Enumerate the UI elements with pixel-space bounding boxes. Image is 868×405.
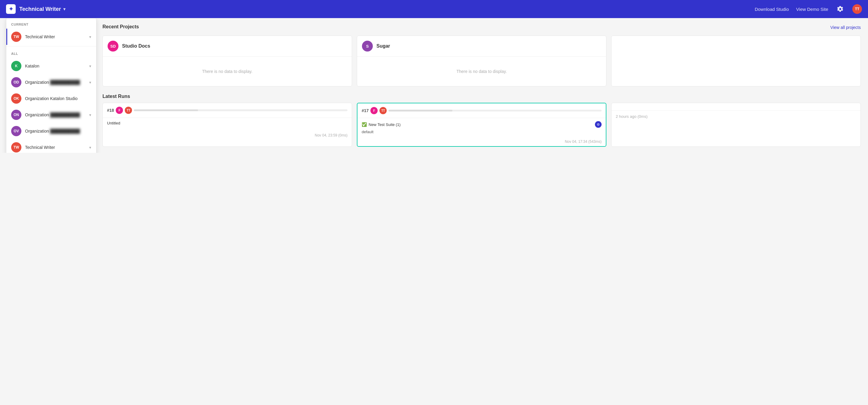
latest-label: Latest Runs <box>102 94 130 99</box>
run-cards-grid: #18 F TT Untitled Nov 04, 23:59 (0ms) <box>102 103 861 147</box>
run-name: Untitled <box>107 121 347 125</box>
latest-section-header: Latest Runs <box>102 94 861 99</box>
org-name-katalon: Katalon <box>25 64 89 68</box>
org-name-ov: Organization ██████████ <box>25 129 91 133</box>
card-header: S Sugar <box>357 36 606 57</box>
run-card-left: #18 F TT Untitled Nov 04, 23:59 (0ms) <box>102 103 352 147</box>
org-avatar-ov: OV <box>11 126 22 136</box>
org-chevron-icon: ▾ <box>89 80 91 85</box>
page-body: Recent Projects View all projects SD Stu… <box>0 18 868 153</box>
section-title: Recent Projects <box>102 24 139 29</box>
project-card-empty <box>611 36 861 87</box>
latest-runs-section: Latest Runs #18 F TT <box>102 94 861 147</box>
all-section-label: ALL <box>6 48 96 58</box>
projects-grid: SD Studio Docs There is no data to displ… <box>102 36 861 87</box>
run-suite-name: ✅ New Test Suite (1) <box>362 122 401 127</box>
org-avatar-katalon: K <box>11 61 22 71</box>
org-chevron-icon: ▾ <box>89 113 91 117</box>
org-name-tw2: Technical Writer <box>25 145 89 150</box>
run-card-empty: 2 hours ago (0ms) <box>611 103 861 147</box>
org-item-ov[interactable]: OV Organization ██████████ <box>6 123 96 139</box>
run-timestamp: Nov 04, 23:59 (0ms) <box>315 133 347 137</box>
run-card-highlighted: #17 F TT ✅ New Test Suite (1) <box>357 103 607 147</box>
run-card-body: ✅ New Test Suite (1) ⚙ default <box>358 118 606 137</box>
project-card-studio-docs: SD Studio Docs There is no data to displ… <box>102 36 352 87</box>
download-studio-link[interactable]: Download Studio <box>755 7 789 12</box>
org-dropdown-panel: CURRENT TW Technical Writer ▾ ALL K Kata… <box>6 18 96 153</box>
run-number: #17 <box>362 108 369 113</box>
header-actions: Download Studio View Demo Site TT <box>755 4 862 14</box>
project-icon-sd: SD <box>107 41 119 52</box>
current-org-name: Technical Writer <box>25 34 89 39</box>
org-item-ok[interactable]: OK Organization Katalon Studio <box>6 90 96 107</box>
current-org-avatar: TW <box>11 32 22 42</box>
project-title-sd: Studio Docs <box>122 43 150 49</box>
org-chevron-icon: ▾ <box>89 145 91 150</box>
run-avatar-tt: TT <box>125 107 132 114</box>
project-title-sugar: Sugar <box>376 43 390 49</box>
view-demo-site-link[interactable]: View Demo Site <box>796 7 828 12</box>
run-avatar-f: F <box>370 107 378 114</box>
card-body: There is no data to display. <box>103 57 352 86</box>
left-timestamp: 2 hours ago (0ms) <box>616 114 648 119</box>
card-header: SD Studio Docs <box>103 36 352 57</box>
run-progress-fill <box>389 110 453 112</box>
current-section-label: CURRENT <box>6 19 96 29</box>
card-body: There is no data to display. <box>357 57 606 86</box>
suite-name-label: New Test Suite (1) <box>369 122 401 127</box>
run-card-body: Untitled <box>103 118 352 131</box>
org-item-katalon[interactable]: K Katalon ▾ <box>6 58 96 74</box>
run-progress-bar <box>134 110 347 111</box>
org-name-od: Organization ██████████ <box>25 80 89 85</box>
recent-label: Recent Projects <box>102 24 139 30</box>
run-avatar-tt: TT <box>379 107 387 114</box>
org-item-od[interactable]: OD Organization ██████████ ▾ <box>6 74 96 90</box>
org-avatar-ok: OK <box>11 93 22 104</box>
run-card-header: #17 F TT <box>358 103 606 118</box>
dropdown-divider <box>6 46 96 46</box>
run-number: #18 <box>107 108 114 113</box>
main-content: CURRENT TW Technical Writer ▾ ALL K Kata… <box>0 18 868 153</box>
app-logo: ✦ <box>6 4 16 14</box>
run-suite-row: ✅ New Test Suite (1) ⚙ <box>362 121 601 128</box>
org-switcher[interactable]: Technical Writer ▾ <box>19 6 65 12</box>
org-avatar-od: OD <box>11 77 22 87</box>
project-card-sugar: S Sugar There is no data to display. <box>357 36 607 87</box>
current-org-item[interactable]: TW Technical Writer ▾ <box>6 29 96 45</box>
recent-section-header: Recent Projects View all projects <box>102 24 861 31</box>
run-card-header <box>612 103 861 111</box>
org-item-on[interactable]: ON Organization ██████████ ▾ <box>6 107 96 123</box>
run-progress-bar <box>389 110 601 112</box>
run-progress-fill <box>134 110 198 111</box>
run-card-header: #18 F TT <box>103 103 352 118</box>
org-avatar-tw2: TW <box>11 142 22 153</box>
app-header: ✦ Technical Writer ▾ Download Studio Vie… <box>0 0 868 18</box>
user-avatar[interactable]: TT <box>852 4 862 14</box>
run-avatar-f: F <box>116 107 123 114</box>
chevron-down-icon: ▾ <box>63 7 65 11</box>
settings-icon[interactable] <box>835 4 845 14</box>
run-card-footer: Nov 04, 23:59 (0ms) <box>103 131 352 140</box>
org-item-tw2[interactable]: TW Technical Writer ▾ <box>6 139 96 153</box>
project-icon-sugar: S <box>362 41 373 52</box>
view-all-projects-link[interactable]: View all projects <box>830 25 861 30</box>
run-card-footer: Nov 04, 17:34 (543ms) <box>358 137 606 146</box>
no-data-text: There is no data to display. <box>202 69 252 74</box>
suite-config-icon: ⚙ <box>595 121 601 128</box>
empty-run-body: 2 hours ago (0ms) <box>612 111 861 122</box>
no-data-text: There is no data to display. <box>456 69 507 74</box>
header-org-name: Technical Writer <box>19 6 61 12</box>
check-icon: ✅ <box>362 122 367 127</box>
org-chevron-icon: ▾ <box>89 64 91 68</box>
org-avatar-on: ON <box>11 110 22 120</box>
run-default-label: default <box>362 130 601 134</box>
run-timestamp: Nov 04, 17:34 (543ms) <box>565 139 601 144</box>
org-name-on: Organization ██████████ <box>25 113 89 117</box>
org-name-ok: Organization Katalon Studio <box>25 96 91 101</box>
current-org-chevron-icon: ▾ <box>89 35 91 39</box>
